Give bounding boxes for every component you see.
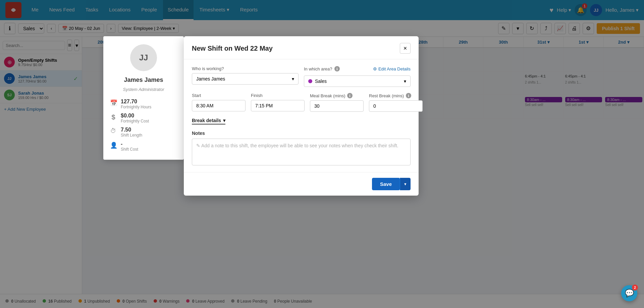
stat-fortnightly-cost: $ $0.00 Fortnightly Cost: [110, 113, 177, 123]
save-button[interactable]: Save: [372, 178, 400, 190]
worker-dropdown-icon: ▾: [292, 76, 294, 82]
chat-bubble[interactable]: 💬 2: [621, 285, 637, 301]
modal-row-times: Start 8:30 AM Finish 7:15 PM Meal Break …: [192, 93, 411, 112]
stat-shift-cost: 👤 - Shift Cost: [110, 141, 177, 152]
meal-break-label: Meal Break (mins) ℹ: [310, 93, 364, 98]
stat-shift-cost-label: Shift Cost: [121, 147, 138, 152]
break-details-toggle[interactable]: Break details ▾: [192, 118, 225, 124]
area-color-dot: [308, 79, 312, 83]
rest-break-field: Rest Break (mins) ℹ 0: [369, 93, 423, 112]
who-field: Who is working? James James ▾: [192, 66, 299, 87]
start-label: Start: [192, 93, 246, 98]
employee-panel-avatar: JJ: [130, 44, 157, 71]
stat-fortnightly-hours: 📅 127.70 Fortnightly Hours: [110, 99, 177, 109]
start-field: Start 8:30 AM: [192, 93, 246, 112]
notes-placeholder: ✎ Add a note to this shift, the employee…: [196, 143, 398, 148]
calendar-icon: 📅: [110, 99, 117, 107]
stat-shift-cost-value: -: [121, 141, 138, 147]
worker-select[interactable]: James James ▾: [192, 73, 299, 85]
break-details-label: Break details: [192, 118, 221, 123]
modal-header: New Shift on Wed 22 May ×: [184, 36, 419, 59]
area-dropdown-icon: ▾: [404, 79, 406, 84]
modal-overlay: JJ James James System Administrator 📅 12…: [0, 0, 644, 308]
rest-break-input[interactable]: 0: [369, 100, 423, 112]
clock-icon: ⏱: [110, 127, 117, 135]
area-select[interactable]: Sales ▾: [304, 75, 411, 87]
who-label: Who is working?: [192, 66, 299, 71]
person-icon: 👤: [110, 142, 117, 149]
notes-label: Notes: [192, 131, 411, 136]
area-field: In which area? ℹ ⚙ Edit Area Details Sal…: [304, 66, 411, 87]
employee-panel-name: James James: [124, 76, 163, 84]
employee-side-panel: JJ James James System Administrator 📅 12…: [103, 36, 184, 160]
finish-label: Finish: [251, 93, 305, 98]
meal-break-input[interactable]: 30: [310, 100, 364, 112]
stat-fortnightly-hours-value: 127.70: [121, 99, 151, 105]
notes-input[interactable]: ✎ Add a note to this shift, the employee…: [192, 139, 411, 165]
area-value: Sales: [315, 79, 401, 84]
new-shift-modal: New Shift on Wed 22 May × Who is working…: [184, 36, 419, 196]
stat-fortnightly-cost-label: Fortnightly Cost: [121, 119, 149, 123]
start-input[interactable]: 8:30 AM: [192, 100, 246, 111]
stat-shift-length-label: Shift Length: [121, 133, 142, 138]
rest-break-info-icon[interactable]: ℹ: [406, 93, 411, 98]
edit-area-button[interactable]: ⚙ Edit Area Details: [373, 66, 411, 71]
stat-fortnightly-hours-label: Fortnightly Hours: [121, 105, 151, 109]
employee-panel-role: System Administrator: [123, 87, 164, 92]
area-info-icon[interactable]: ℹ: [334, 66, 340, 71]
save-dropdown-button[interactable]: ▾: [400, 178, 411, 190]
finish-field: Finish 7:15 PM: [251, 93, 305, 112]
notes-section: Notes ✎ Add a note to this shift, the em…: [192, 131, 411, 165]
stat-shift-length: ⏱ 7.50 Shift Length: [110, 127, 177, 138]
stat-shift-length-value: 7.50: [121, 127, 142, 133]
save-button-group: Save ▾: [372, 178, 411, 190]
meal-break-field: Meal Break (mins) ℹ 30: [310, 93, 364, 112]
modal-title: New Shift on Wed 22 May: [192, 45, 273, 52]
worker-value: James James: [196, 76, 225, 82]
area-label: In which area? ℹ: [304, 66, 340, 71]
modal-body: Who is working? James James ▾ In which a…: [184, 59, 419, 172]
chat-badge: 2: [632, 285, 638, 291]
rest-break-label: Rest Break (mins) ℹ: [369, 93, 423, 98]
meal-break-info-icon[interactable]: ℹ: [347, 93, 353, 98]
dollar-icon: $: [110, 113, 117, 121]
modal-row-who-area: Who is working? James James ▾ In which a…: [192, 66, 411, 87]
modal-close-button[interactable]: ×: [400, 43, 411, 54]
finish-input[interactable]: 7:15 PM: [251, 100, 305, 111]
break-details-chevron-icon: ▾: [223, 118, 225, 123]
modal-footer: Save ▾: [184, 172, 419, 196]
stat-fortnightly-cost-value: $0.00: [121, 113, 149, 119]
